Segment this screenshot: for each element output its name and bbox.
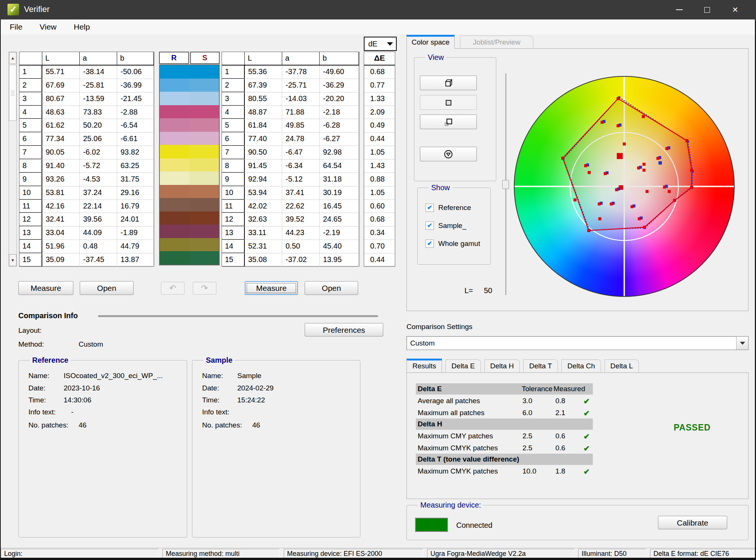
sample-row[interactable]: 155.36-37.78-49.60 — [222, 66, 359, 79]
scroll-down-icon[interactable]: ▼ — [9, 254, 16, 266]
sample-row[interactable]: 1232.6339.5224.65 — [222, 213, 359, 226]
reference-row[interactable]: 380.67-13.59-21.45 — [19, 92, 154, 106]
sample-row[interactable]: 1142.0222.6216.45 — [222, 200, 359, 213]
gamut-overlay-plot — [514, 76, 735, 297]
reference-row[interactable]: 891.40-5.7263.25 — [19, 159, 154, 173]
reference-header-L: L — [42, 52, 80, 65]
measure-sample-button[interactable]: Measure — [245, 281, 298, 295]
tab-color-space[interactable]: Color space — [406, 35, 455, 49]
checkbox-whole-gamut[interactable]: ✔ — [426, 240, 434, 248]
sample-swatch-half — [189, 118, 219, 132]
results-tab-delta-h[interactable]: Delta H — [484, 359, 520, 372]
statusbar-section: Measuring method: multi — [162, 549, 280, 558]
maximize-button[interactable] — [693, 0, 721, 19]
sample-swatch-half — [189, 145, 219, 158]
results-tab-results[interactable]: Results — [406, 359, 442, 372]
reference-row[interactable]: 1053.8137.2429.16 — [19, 186, 154, 200]
dropdown-button[interactable] — [736, 337, 748, 350]
reference-cell: 63.25 — [117, 159, 154, 173]
open-sample-button[interactable]: Open — [305, 281, 358, 295]
ref-time-label: Time: — [28, 396, 46, 404]
close-button[interactable]: ✕ — [721, 0, 749, 19]
patch-swatch — [160, 158, 219, 172]
view-3d-button[interactable] — [420, 76, 477, 90]
reference-row[interactable]: 677.3425.06-6.61 — [19, 133, 154, 146]
scrollbar-thumb[interactable] — [9, 65, 16, 121]
sample-row[interactable]: 448.8771.88-2.18 — [222, 106, 359, 119]
reference-row[interactable]: 1333.0444.09-1.89 — [19, 226, 154, 240]
sample-row[interactable]: 1333.1144.23-2.19 — [222, 226, 359, 240]
chevron-down-icon — [740, 342, 745, 345]
view-compare-button[interactable] — [420, 115, 477, 129]
sample-row[interactable]: 992.94-5.1231.18 — [222, 173, 359, 186]
reference-row[interactable]: 993.26-4.5331.75 — [19, 173, 154, 186]
reference-row[interactable]: 1535.09-37.4513.87 — [19, 253, 154, 267]
sample-row[interactable]: 1535.08-37.0213.95 — [222, 253, 359, 267]
checkbox-sample-[interactable]: ✔ — [426, 222, 434, 230]
reference-row[interactable]: 1232.4139.5624.01 — [19, 213, 154, 226]
reference-swatch-half — [160, 79, 189, 92]
reference-cell: 33.04 — [42, 226, 80, 240]
menu-item-help[interactable]: Help — [68, 21, 96, 33]
view-2d-button[interactable] — [420, 95, 477, 110]
comparison-info-heading: Comparison Info — [18, 311, 78, 320]
redo-icon[interactable]: ↷ — [193, 282, 216, 295]
menu-item-view[interactable]: View — [34, 21, 63, 33]
results-tab-delta-l[interactable]: Delta L — [604, 359, 639, 372]
sample-cell: 22.62 — [282, 200, 320, 213]
status-bar: Login:Measuring method: multiMeasuring d… — [0, 548, 756, 558]
overlapping-squares-icon — [443, 117, 454, 127]
window-title: Verifier — [24, 4, 49, 14]
lightness-slider-thumb[interactable] — [502, 180, 509, 189]
open-reference-button[interactable]: Open — [80, 281, 134, 295]
reference-row[interactable]: 1451.960.4844.79 — [19, 240, 154, 253]
delta-e-format-dropdown[interactable]: dE — [364, 37, 397, 51]
results-tab-delta-e[interactable]: Delta E — [445, 359, 481, 372]
statusbar-section: Measuring device: EFI ES-2000 — [284, 549, 423, 558]
sample-cell: 77.40 — [245, 133, 282, 146]
calibrate-button[interactable]: Calibrate — [658, 516, 727, 529]
measure-reference-button[interactable]: Measure — [18, 281, 73, 295]
undo-icon[interactable]: ↶ — [161, 282, 185, 295]
sample-row[interactable]: 561.8449.85-6.28 — [222, 119, 359, 133]
reference-row[interactable]: 267.69-25.81-36.99 — [19, 79, 154, 92]
sample-row[interactable]: 790.50-6.4792.98 — [222, 146, 359, 159]
tab-joblist-preview[interactable]: Joblist/Preview — [460, 36, 533, 49]
reference-row[interactable]: 790.05-6.0293.82 — [19, 146, 154, 159]
reference-row[interactable]: 448.6373.83-2.88 — [19, 106, 154, 119]
preferences-button[interactable]: Preferences — [305, 323, 383, 337]
menu-item-file[interactable]: File — [4, 21, 28, 33]
sample-row[interactable]: 1053.9437.4130.19 — [222, 186, 359, 200]
minimize-button[interactable] — [665, 0, 693, 19]
ref-patches-label: No. patches: — [28, 421, 68, 429]
sample-cell: -2.19 — [320, 226, 359, 240]
checkbox-reference[interactable]: ✔ — [426, 204, 434, 212]
sample-row[interactable]: 891.45-6.3464.54 — [222, 159, 359, 173]
reference-row[interactable]: 155.71-38.14-50.06 — [19, 66, 154, 79]
sample-name-value: Sample — [237, 372, 261, 380]
reference-row[interactable]: 1142.1622.1416.79 — [19, 200, 154, 213]
reference-cell: 29.16 — [117, 186, 154, 200]
results-tab-delta-t[interactable]: Delta T — [523, 359, 558, 372]
comparison-settings-dropdown[interactable]: Custom — [406, 336, 749, 350]
reference-column-header: R — [159, 52, 189, 64]
vertical-scrollbar[interactable]: ▲ ▼ — [9, 52, 17, 267]
sample-row[interactable]: 267.39-25.71-36.29 — [222, 79, 359, 92]
patch-swatch — [160, 132, 219, 145]
view-gamut-button[interactable] — [420, 147, 477, 161]
sample-swatch-half — [189, 211, 219, 225]
sample-row[interactable]: 380.55-14.03-20.20 — [222, 92, 359, 106]
results-tab-delta-ch[interactable]: Delta Ch — [561, 359, 601, 372]
sample-row[interactable]: 1452.310.5045.40 — [222, 240, 359, 253]
reference-cell: -2.88 — [117, 106, 154, 119]
sample-row[interactable]: 677.4024.78-6.27 — [222, 133, 359, 146]
sample-row-number: 11 — [222, 200, 245, 213]
patch-swatch — [160, 251, 219, 265]
sample-cell: 45.40 — [320, 240, 359, 253]
reference-row[interactable]: 561.6250.20-6.54 — [19, 119, 154, 133]
reference-cell: 51.96 — [42, 240, 80, 253]
sample-cell: 49.85 — [282, 119, 320, 132]
sample-cell: 52.31 — [245, 240, 282, 253]
delta-e-value: 0.44 — [364, 133, 395, 146]
scroll-up-icon[interactable]: ▲ — [9, 52, 16, 64]
